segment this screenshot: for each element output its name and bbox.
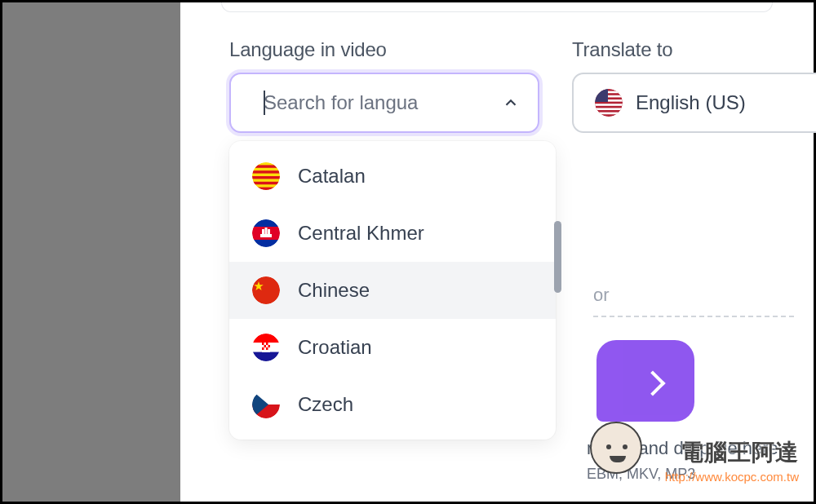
language-option-khmer[interactable]: Central Khmer <box>229 205 556 262</box>
language-option-czech[interactable]: Czech <box>229 376 556 433</box>
flag-cambodia-icon <box>252 219 280 247</box>
svg-rect-13 <box>252 176 280 179</box>
language-option-label: Catalan <box>298 165 366 188</box>
language-option-croatian[interactable]: Croatian <box>229 319 556 376</box>
watermark: 電腦王阿達 http://www.kocpc.com.tw <box>665 437 799 484</box>
language-in-video-field: Language in video <box>229 38 539 133</box>
svg-rect-6 <box>595 108 623 110</box>
flag-china-icon <box>252 276 280 304</box>
svg-rect-28 <box>252 334 280 343</box>
watermark-text: 電腦王阿達 <box>665 437 799 468</box>
svg-rect-35 <box>268 345 271 347</box>
svg-rect-21 <box>262 229 264 235</box>
language-option-label: Central Khmer <box>298 222 424 245</box>
flag-catalonia-icon <box>252 162 280 190</box>
language-dropdown: Catalan Central Khmer <box>229 141 556 440</box>
text-caret <box>264 91 265 115</box>
language-option-label: Chinese <box>298 279 370 302</box>
svg-rect-22 <box>268 229 270 235</box>
watermark-url: http://www.kocpc.com.tw <box>665 470 799 484</box>
dropzone-border <box>593 316 794 317</box>
svg-rect-14 <box>252 182 280 184</box>
translate-to-field: Translate to English (US) <box>572 38 816 133</box>
svg-rect-2 <box>595 91 623 94</box>
svg-rect-25 <box>252 276 280 304</box>
language-search-select[interactable] <box>229 73 539 133</box>
svg-rect-8 <box>595 89 608 102</box>
svg-rect-23 <box>265 228 268 235</box>
watermark-mascot-icon <box>590 422 642 474</box>
app-frame: Language in video Translate to <box>0 0 816 504</box>
svg-rect-11 <box>252 165 280 167</box>
svg-rect-5 <box>595 104 623 106</box>
top-panel-edge <box>221 2 773 12</box>
language-option-catalan[interactable]: Catalan <box>229 148 556 205</box>
svg-rect-7 <box>595 113 623 115</box>
or-separator-label: or <box>593 285 610 306</box>
translate-to-select[interactable]: English (US) <box>572 73 816 133</box>
translate-to-label: Translate to <box>572 38 816 61</box>
svg-rect-30 <box>252 352 280 361</box>
flag-croatia-icon <box>252 334 280 361</box>
language-search-input[interactable] <box>264 91 476 114</box>
svg-rect-34 <box>264 345 267 347</box>
language-option-label: Czech <box>298 393 353 416</box>
chevron-up-icon[interactable] <box>502 94 520 112</box>
flag-us-icon <box>595 89 623 117</box>
upload-file-icon <box>596 340 694 422</box>
language-option-chinese[interactable]: Chinese <box>229 262 556 319</box>
svg-rect-12 <box>252 170 280 173</box>
language-in-video-label: Language in video <box>229 38 539 61</box>
flag-czech-icon <box>252 391 280 418</box>
svg-rect-33 <box>266 343 268 345</box>
dropdown-scrollbar-thumb[interactable] <box>554 221 561 293</box>
svg-rect-19 <box>252 240 280 247</box>
svg-rect-37 <box>266 347 268 350</box>
svg-rect-32 <box>262 343 264 345</box>
language-option-label: Croatian <box>298 336 372 359</box>
svg-rect-15 <box>252 188 280 190</box>
svg-rect-36 <box>262 347 264 350</box>
svg-rect-17 <box>252 219 280 227</box>
translate-to-value: English (US) <box>636 91 746 114</box>
content-panel: Language in video Translate to <box>180 2 814 502</box>
language-fields-row: Language in video Translate to <box>229 38 814 133</box>
